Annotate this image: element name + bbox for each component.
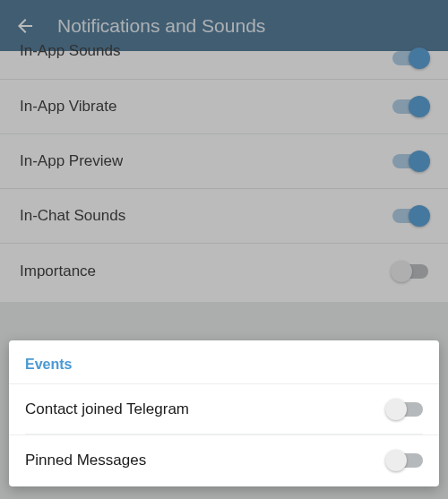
toggle-knob xyxy=(385,399,407,420)
toggle-contact-joined[interactable] xyxy=(387,402,423,417)
setting-row-contact-joined[interactable]: Contact joined Telegram xyxy=(9,383,439,434)
setting-label: Contact joined Telegram xyxy=(25,400,189,418)
toggle-knob xyxy=(385,450,407,471)
setting-row-pinned-messages[interactable]: Pinned Messages xyxy=(9,434,439,485)
toggle-pinned-messages[interactable] xyxy=(387,453,423,468)
setting-label: Pinned Messages xyxy=(25,452,146,469)
events-section-title: Events xyxy=(9,340,439,383)
events-card: Events Contact joined Telegram Pinned Me… xyxy=(9,340,439,486)
